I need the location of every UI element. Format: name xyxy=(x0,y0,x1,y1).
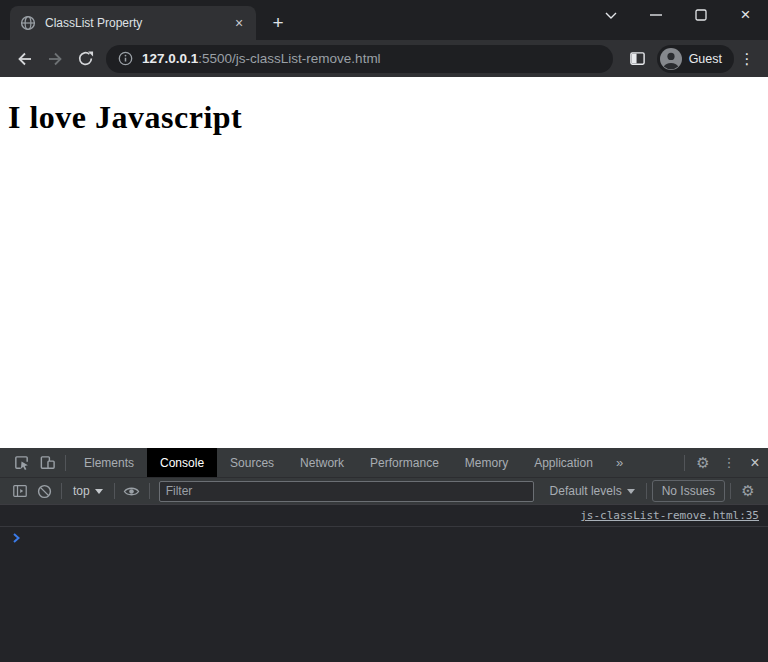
globe-favicon-icon xyxy=(20,15,36,31)
context-selector[interactable]: top xyxy=(67,484,109,498)
url-path: :5500/js-classList-remove.html xyxy=(198,51,380,66)
more-tabs-icon[interactable]: » xyxy=(606,448,633,477)
page-heading: I love Javascript xyxy=(8,99,760,136)
url-text: 127.0.0.1:5500/js-classList-remove.html xyxy=(142,51,381,66)
context-selector-label: top xyxy=(73,484,90,498)
side-panel-icon[interactable] xyxy=(623,44,653,74)
devtools-tab-elements[interactable]: Elements xyxy=(71,448,147,477)
url-host: 127.0.0.1 xyxy=(142,51,198,66)
log-levels-label: Default levels xyxy=(550,484,622,498)
browser-toolbar: 127.0.0.1:5500/js-classList-remove.html … xyxy=(0,40,768,77)
devtools-close-icon[interactable]: × xyxy=(742,450,768,476)
browser-window: ClassList Property × + × xyxy=(0,0,768,662)
log-levels-dropdown[interactable]: Default levels xyxy=(544,484,641,498)
window-minimize-icon[interactable] xyxy=(633,0,678,30)
browser-menu-kebab-icon[interactable]: ⋮ xyxy=(734,44,760,74)
console-empty-space[interactable] xyxy=(0,549,768,662)
chevron-down-icon xyxy=(95,489,103,494)
reload-icon[interactable] xyxy=(70,44,100,74)
avatar-icon xyxy=(660,48,682,70)
devtools-settings-gear-icon[interactable]: ⚙ xyxy=(690,450,716,476)
devtools-menu-kebab-icon[interactable]: ⋮ xyxy=(716,450,742,476)
console-toolbar: top Default levels No Issues ⚙ xyxy=(0,477,768,505)
inspect-element-icon[interactable] xyxy=(8,450,34,476)
devtools-tab-console[interactable]: Console xyxy=(147,448,217,477)
devtools-tab-application[interactable]: Application xyxy=(521,448,606,477)
live-expression-eye-icon[interactable] xyxy=(120,479,144,503)
devtools-tabbar-right: ⚙ ⋮ × xyxy=(679,450,768,476)
console-filter-input[interactable] xyxy=(159,481,534,502)
back-icon[interactable] xyxy=(10,44,40,74)
tab-strip: ClassList Property × + × xyxy=(0,0,768,40)
divider xyxy=(61,483,62,499)
forward-icon[interactable] xyxy=(40,44,70,74)
divider xyxy=(149,483,150,499)
window-maximize-icon[interactable] xyxy=(678,0,723,30)
no-issues-button[interactable]: No Issues xyxy=(652,480,725,502)
profile-label: Guest xyxy=(689,52,722,66)
browser-tab[interactable]: ClassList Property × xyxy=(10,6,256,40)
clear-console-icon[interactable] xyxy=(32,479,56,503)
window-controls: × xyxy=(588,0,768,30)
console-settings-gear-icon[interactable]: ⚙ xyxy=(736,479,760,503)
devtools-tab-network[interactable]: Network xyxy=(287,448,357,477)
divider xyxy=(730,483,731,499)
page-content: I love Javascript xyxy=(0,77,768,448)
console-log-row: js-classList-remove.html:35 xyxy=(0,505,768,527)
info-icon[interactable] xyxy=(118,51,133,66)
divider xyxy=(114,483,115,499)
window-close-icon[interactable]: × xyxy=(723,0,768,30)
divider xyxy=(684,455,685,471)
console-messages: js-classList-remove.html:35 xyxy=(0,505,768,662)
tab-close-icon[interactable]: × xyxy=(230,14,248,32)
devtools-panel: Elements Console Sources Network Perform… xyxy=(0,448,768,662)
divider xyxy=(65,455,66,471)
tab-title: ClassList Property xyxy=(45,16,230,30)
address-bar[interactable]: 127.0.0.1:5500/js-classList-remove.html xyxy=(106,45,613,73)
device-toolbar-icon[interactable] xyxy=(34,450,60,476)
devtools-tab-sources[interactable]: Sources xyxy=(217,448,287,477)
console-sidebar-icon[interactable] xyxy=(8,479,32,503)
new-tab-button[interactable]: + xyxy=(264,9,292,37)
devtools-tab-performance[interactable]: Performance xyxy=(357,448,452,477)
log-source-link[interactable]: js-classList-remove.html:35 xyxy=(580,509,759,522)
divider xyxy=(646,483,647,499)
devtools-tabbar: Elements Console Sources Network Perform… xyxy=(0,448,768,477)
chevron-down-icon xyxy=(627,489,635,494)
devtools-tab-memory[interactable]: Memory xyxy=(452,448,521,477)
prompt-chevron-icon xyxy=(13,533,20,543)
window-chevron-down-icon[interactable] xyxy=(588,0,633,30)
console-prompt[interactable] xyxy=(0,527,768,549)
profile-button[interactable]: Guest xyxy=(657,45,734,73)
